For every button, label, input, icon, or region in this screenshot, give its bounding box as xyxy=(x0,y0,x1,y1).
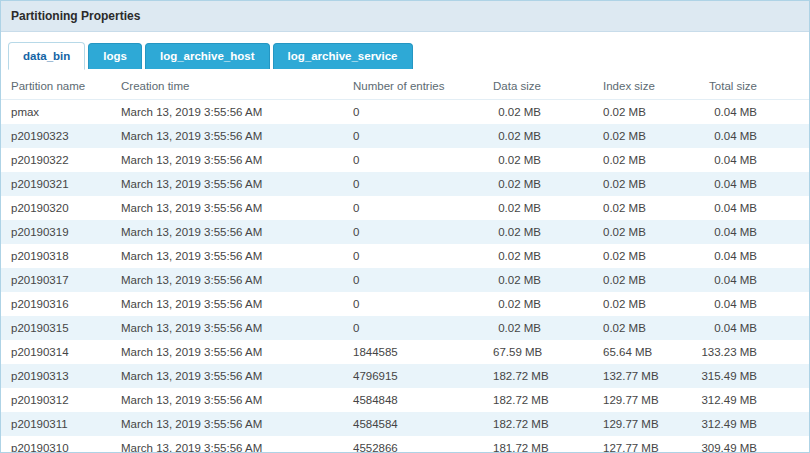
table-cell: 0.02 MB xyxy=(593,268,691,292)
table-cell: 0.04 MB xyxy=(691,196,809,220)
tab-log_archive_service[interactable]: log_archive_service xyxy=(273,43,413,70)
table-cell: 0.02 MB xyxy=(483,220,593,244)
table-cell: 0.04 MB xyxy=(691,100,809,124)
table-cell: 0.02 MB xyxy=(593,124,691,148)
table-cell: March 13, 2019 3:55:56 AM xyxy=(111,412,343,436)
table-cell: p20190318 xyxy=(1,244,111,268)
table-cell: 0.02 MB xyxy=(483,268,593,292)
table-cell: 0.02 MB xyxy=(483,244,593,268)
table-cell: March 13, 2019 3:55:56 AM xyxy=(111,292,343,316)
table-cell: 0 xyxy=(343,172,483,196)
table-cell: March 13, 2019 3:55:56 AM xyxy=(111,124,343,148)
table-cell: 0.04 MB xyxy=(691,268,809,292)
column-header: Partition name xyxy=(1,73,111,100)
table-cell: p20190315 xyxy=(1,316,111,340)
table-cell: 4584584 xyxy=(343,412,483,436)
table-cell: p20190311 xyxy=(1,412,111,436)
table-row: p20190312March 13, 2019 3:55:56 AM458484… xyxy=(1,388,809,412)
table-cell: p20190310 xyxy=(1,436,111,453)
table-row: p20190311March 13, 2019 3:55:56 AM458458… xyxy=(1,412,809,436)
table-cell: 182.72 MB xyxy=(483,412,593,436)
table-cell: 132.77 MB xyxy=(593,364,691,388)
table-cell: 129.77 MB xyxy=(593,412,691,436)
table-cell: 0 xyxy=(343,292,483,316)
table-cell: 0 xyxy=(343,196,483,220)
partition-table-container: Partition nameCreation timeNumber of ent… xyxy=(1,69,809,452)
table-row: p20190314March 13, 2019 3:55:56 AM184458… xyxy=(1,340,809,364)
table-cell: 65.64 MB xyxy=(593,340,691,364)
table-cell: 0.04 MB xyxy=(691,124,809,148)
table-cell: 0.02 MB xyxy=(593,220,691,244)
tab-logs[interactable]: logs xyxy=(88,43,142,70)
table-cell: 181.72 MB xyxy=(483,436,593,453)
column-header: Number of entries xyxy=(343,73,483,100)
table-cell: 0.02 MB xyxy=(593,172,691,196)
table-cell: 0 xyxy=(343,124,483,148)
table-cell: 0.02 MB xyxy=(483,124,593,148)
table-cell: 0.02 MB xyxy=(483,100,593,124)
table-cell: March 13, 2019 3:55:56 AM xyxy=(111,388,343,412)
tab-bar: data_binlogslog_archive_hostlog_archive_… xyxy=(1,32,809,69)
table-cell: pmax xyxy=(1,100,111,124)
table-row: p20190322March 13, 2019 3:55:56 AM00.02 … xyxy=(1,148,809,172)
table-cell: 312.49 MB xyxy=(691,412,809,436)
table-cell: 1844585 xyxy=(343,340,483,364)
table-cell: 0.02 MB xyxy=(483,316,593,340)
table-cell: p20190312 xyxy=(1,388,111,412)
column-header: Total size xyxy=(691,73,809,100)
table-cell: 0.02 MB xyxy=(593,100,691,124)
table-cell: 182.72 MB xyxy=(483,364,593,388)
column-header: Creation time xyxy=(111,73,343,100)
table-body: pmaxMarch 13, 2019 3:55:56 AM00.02 MB0.0… xyxy=(1,100,809,453)
table-row: p20190313March 13, 2019 3:55:56 AM479691… xyxy=(1,364,809,388)
partition-table: Partition nameCreation timeNumber of ent… xyxy=(1,73,809,452)
table-cell: 0 xyxy=(343,220,483,244)
table-row: p20190310March 13, 2019 3:55:56 AM455286… xyxy=(1,436,809,453)
table-header-row: Partition nameCreation timeNumber of ent… xyxy=(1,73,809,100)
table-cell: 0.02 MB xyxy=(593,148,691,172)
table-row: p20190317March 13, 2019 3:55:56 AM00.02 … xyxy=(1,268,809,292)
table-cell: March 13, 2019 3:55:56 AM xyxy=(111,172,343,196)
table-cell: 0.02 MB xyxy=(593,244,691,268)
table-row: p20190319March 13, 2019 3:55:56 AM00.02 … xyxy=(1,220,809,244)
table-cell: 67.59 MB xyxy=(483,340,593,364)
table-cell: 0 xyxy=(343,244,483,268)
table-cell: 312.49 MB xyxy=(691,388,809,412)
partitioning-properties-panel: Partitioning Properties data_binlogslog_… xyxy=(0,0,810,453)
tab-data_bin[interactable]: data_bin xyxy=(8,42,85,71)
table-cell: p20190314 xyxy=(1,340,111,364)
table-cell: p20190321 xyxy=(1,172,111,196)
table-cell: March 13, 2019 3:55:56 AM xyxy=(111,100,343,124)
panel-title: Partitioning Properties xyxy=(1,1,809,32)
table-cell: 0.02 MB xyxy=(593,196,691,220)
table-cell: 0.02 MB xyxy=(483,148,593,172)
table-cell: March 13, 2019 3:55:56 AM xyxy=(111,316,343,340)
table-cell: 127.77 MB xyxy=(593,436,691,453)
table-cell: 0.02 MB xyxy=(593,316,691,340)
table-cell: 0 xyxy=(343,148,483,172)
table-row: p20190316March 13, 2019 3:55:56 AM00.02 … xyxy=(1,292,809,316)
column-header: Index size xyxy=(593,73,691,100)
tab-log_archive_host[interactable]: log_archive_host xyxy=(145,43,270,70)
table-cell: p20190317 xyxy=(1,268,111,292)
table-cell: 4552866 xyxy=(343,436,483,453)
table-cell: 0 xyxy=(343,100,483,124)
table-cell: 0.02 MB xyxy=(483,292,593,316)
table-cell: 129.77 MB xyxy=(593,388,691,412)
table-cell: March 13, 2019 3:55:56 AM xyxy=(111,148,343,172)
table-cell: 0.04 MB xyxy=(691,172,809,196)
table-cell: 133.23 MB xyxy=(691,340,809,364)
table-row: p20190318March 13, 2019 3:55:56 AM00.02 … xyxy=(1,244,809,268)
table-cell: p20190319 xyxy=(1,220,111,244)
table-cell: p20190316 xyxy=(1,292,111,316)
table-cell: March 13, 2019 3:55:56 AM xyxy=(111,436,343,453)
table-cell: p20190322 xyxy=(1,148,111,172)
table-cell: 0.04 MB xyxy=(691,220,809,244)
table-row: p20190315March 13, 2019 3:55:56 AM00.02 … xyxy=(1,316,809,340)
table-cell: 182.72 MB xyxy=(483,388,593,412)
table-cell: 0.04 MB xyxy=(691,244,809,268)
table-cell: March 13, 2019 3:55:56 AM xyxy=(111,268,343,292)
table-row: p20190321March 13, 2019 3:55:56 AM00.02 … xyxy=(1,172,809,196)
table-cell: 0 xyxy=(343,268,483,292)
table-row: p20190320March 13, 2019 3:55:56 AM00.02 … xyxy=(1,196,809,220)
